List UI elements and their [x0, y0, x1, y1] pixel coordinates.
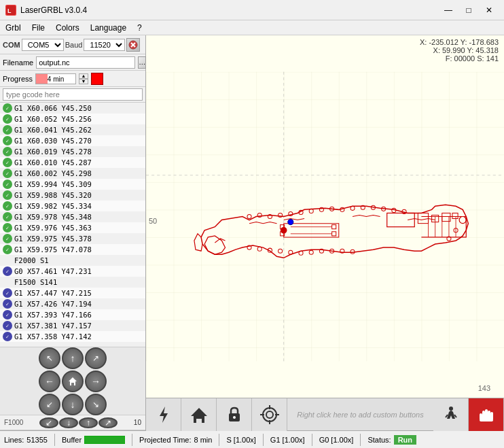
gcode-check-icon: ✓	[3, 212, 12, 222]
sep1	[54, 434, 55, 446]
jog-controls: ↖ ↑ ↗ ← → ↙ ↓ ↘	[0, 347, 145, 415]
gcode-text: G1 X60.010 Y45.287	[14, 158, 92, 167]
gcode-check-icon: ✓	[3, 245, 12, 254]
menu-colors[interactable]: Colors	[50, 20, 85, 35]
jog-up-button[interactable]: ↑	[62, 347, 84, 369]
gcode-list-item: ✓G1 X59.988 Y45.320	[0, 190, 145, 201]
gcode-text: G1 X57.381 Y47.157	[14, 322, 92, 330]
menu-grbl[interactable]: Grbl	[0, 20, 26, 35]
x-label: 143	[478, 384, 490, 392]
step-up-button[interactable]: ▲	[79, 73, 88, 79]
progress-bar: 4 min	[35, 73, 76, 84]
progress-text: 4 min	[36, 74, 75, 85]
gcode-text: G1 X59.975 Y45.378	[14, 235, 92, 243]
home-toolbar-button[interactable]	[181, 398, 217, 431]
target-button[interactable]	[252, 398, 287, 431]
gcode-text: G1 X57.393 Y47.166	[14, 311, 92, 319]
minimize-button[interactable]: —	[439, 3, 458, 17]
gcode-text: G1 X57.426 Y47.194	[14, 300, 92, 308]
gcode-list-item: ✓G1 X60.030 Y45.270	[0, 135, 145, 146]
baud-rate-dropdown[interactable]: 11520	[84, 39, 125, 51]
browse-button[interactable]: …	[138, 56, 146, 69]
svg-line-66	[454, 415, 456, 417]
right-panel: X: -235.012 Y: -178.683 X: 59.990 Y: 45.…	[146, 35, 504, 430]
y-label: 50	[149, 217, 157, 225]
svg-marker-55	[160, 407, 168, 423]
gcode-check-icon: ✓	[3, 136, 12, 145]
left-panel: COM COM5 Baud 11520 Filename …	[0, 35, 146, 430]
gcode-text: G1 X59.976 Y45.363	[14, 224, 92, 232]
gcode-list-item: ✓G1 X60.052 Y45.256	[0, 114, 145, 124]
gcode-list-item: F2000 S1	[0, 255, 145, 266]
gcode-input[interactable]	[3, 88, 143, 101]
gcode-check-icon: ✓	[3, 179, 12, 189]
gcode-check-icon: ✓	[3, 190, 12, 200]
lines-label: Lines:	[4, 436, 24, 444]
lock-button[interactable]	[217, 398, 252, 431]
gcode-check-icon: ✓	[3, 125, 12, 135]
svg-point-64	[449, 407, 453, 411]
walk-button[interactable]	[433, 398, 469, 431]
maximize-button[interactable]: □	[459, 3, 478, 17]
baud-label: Baud	[65, 41, 83, 49]
disconnect-button[interactable]	[126, 38, 140, 52]
gcode-list-item: ✓G1 X57.381 Y47.157	[0, 320, 145, 331]
speed-increase-button[interactable]: ↗	[98, 417, 118, 428]
sep5	[312, 434, 312, 446]
buffer-status: Buffer	[62, 436, 125, 444]
speed-down-button[interactable]: ↓	[59, 417, 78, 428]
gcode-list-item: ✓G1 X57.393 Y47.166	[0, 309, 145, 320]
gcode-check-icon: ✓	[3, 299, 12, 309]
laser-button[interactable]	[146, 398, 181, 431]
canvas-area[interactable]: 50 143	[146, 35, 504, 398]
g0-status: G0 [1.00x]	[319, 436, 354, 444]
jog-right-button[interactable]: →	[85, 371, 107, 392]
projected-value: 8 min	[194, 436, 213, 444]
gcode-list-item: ✓G1 X57.426 Y47.194	[0, 298, 145, 309]
svg-rect-67	[482, 411, 485, 420]
gcode-list[interactable]: ✓G1 X60.066 Y45.250✓G1 X60.052 Y45.256✓G…	[0, 103, 145, 347]
jog-left-button[interactable]: ←	[39, 371, 60, 392]
gcode-text: F2000 S1	[14, 256, 49, 264]
statusbar: Lines: 51355 Buffer Projected Time: 8 mi…	[0, 430, 504, 448]
gcode-text: G1 X59.978 Y45.348	[14, 213, 92, 221]
custom-buttons-area[interactable]: Right click here to add custom buttons	[287, 411, 433, 419]
speed-row: F1000 ↙ ↓ ↑ ↗ 10	[0, 415, 145, 430]
jog-up-left-button[interactable]: ↖	[39, 347, 60, 369]
jog-down-button[interactable]: ↓	[62, 394, 84, 415]
step-down-button[interactable]: ▼	[79, 79, 88, 84]
gcode-list-item: ✓G1 X60.019 Y45.278	[0, 146, 145, 157]
speed-up-button[interactable]: ↑	[79, 417, 98, 428]
gcode-text: G1 X60.066 Y45.250	[14, 104, 92, 112]
stop-button[interactable]	[91, 73, 103, 85]
buffer-bar	[84, 436, 125, 444]
gcode-list-item: ✓G1 X57.358 Y47.142	[0, 331, 145, 342]
speed-decrease-button[interactable]: ↙	[39, 417, 58, 428]
home-button[interactable]	[62, 371, 84, 392]
status-label: Status:	[367, 436, 391, 444]
gcode-text: F1500 S141	[14, 278, 57, 286]
menu-help[interactable]: ?	[132, 20, 147, 35]
filename-input[interactable]	[36, 56, 135, 69]
lines-status: Lines: 51355	[4, 436, 48, 444]
jog-down-left-button[interactable]: ↙	[39, 394, 60, 415]
gcode-list-item: ✓G1 X57.447 Y47.215	[0, 288, 145, 298]
gcode-check-icon: ✓	[3, 234, 12, 243]
stop-hand-button[interactable]	[469, 398, 504, 431]
close-button[interactable]: ✕	[480, 3, 499, 17]
menu-language[interactable]: Language	[85, 20, 132, 35]
gcode-check-icon: ✓	[3, 266, 12, 276]
connection-toolbar: COM COM5 Baud 11520	[0, 35, 145, 54]
gcode-list-item: ✓G1 X59.975 Y45.378	[0, 233, 145, 244]
lines-value: 51355	[26, 436, 48, 444]
main-area: COM COM5 Baud 11520 Filename …	[0, 35, 504, 430]
jog-up-right-button[interactable]: ↗	[85, 347, 107, 369]
jog-down-right-button[interactable]: ↘	[85, 394, 107, 415]
gcode-check-icon: ✓	[3, 332, 12, 341]
gcode-check-icon: ✓	[3, 169, 12, 178]
svg-line-65	[446, 415, 448, 417]
com-port-dropdown[interactable]: COM5	[22, 39, 64, 51]
status-badge: Run	[394, 435, 416, 445]
menu-file[interactable]: File	[26, 20, 50, 35]
gcode-text: G1 X59.988 Y45.320	[14, 191, 92, 199]
